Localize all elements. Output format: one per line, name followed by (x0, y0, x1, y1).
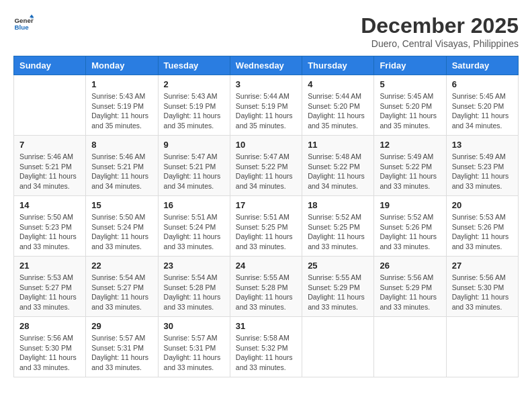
day-number: 26 (380, 261, 440, 271)
calendar-cell: 30Sunrise: 5:57 AMSunset: 5:31 PMDayligh… (158, 317, 230, 377)
day-info: Sunrise: 5:46 AMSunset: 5:21 PMDaylight:… (91, 152, 152, 191)
day-info: Sunrise: 5:50 AMSunset: 5:24 PMDaylight:… (91, 212, 152, 252)
day-number: 11 (308, 140, 368, 150)
day-info: Sunrise: 5:54 AMSunset: 5:27 PMDaylight:… (91, 273, 152, 312)
day-info: Sunrise: 5:46 AMSunset: 5:21 PMDaylight:… (19, 152, 80, 191)
calendar-week-4: 21Sunrise: 5:53 AMSunset: 5:27 PMDayligh… (14, 257, 519, 317)
calendar-header: SundayMondayTuesdayWednesdayThursdayFrid… (14, 56, 519, 75)
calendar-cell: 5Sunrise: 5:45 AMSunset: 5:20 PMDaylight… (374, 75, 446, 136)
calendar-cell (14, 75, 86, 136)
calendar-week-1: 1Sunrise: 5:43 AMSunset: 5:19 PMDaylight… (14, 75, 519, 136)
day-info: Sunrise: 5:51 AMSunset: 5:25 PMDaylight:… (236, 212, 296, 252)
month-title: December 2025 (361, 13, 519, 38)
day-number: 29 (91, 321, 152, 331)
day-number: 7 (19, 140, 80, 150)
calendar-cell: 26Sunrise: 5:56 AMSunset: 5:29 PMDayligh… (374, 257, 446, 317)
calendar-cell: 18Sunrise: 5:52 AMSunset: 5:25 PMDayligh… (302, 196, 374, 257)
weekday-tuesday: Tuesday (158, 56, 230, 75)
day-info: Sunrise: 5:57 AMSunset: 5:31 PMDaylight:… (164, 333, 224, 373)
day-info: Sunrise: 5:55 AMSunset: 5:29 PMDaylight:… (308, 273, 368, 312)
day-number: 1 (91, 79, 152, 89)
day-number: 8 (91, 140, 152, 150)
day-number: 5 (380, 79, 440, 89)
day-info: Sunrise: 5:56 AMSunset: 5:30 PMDaylight:… (19, 333, 80, 373)
calendar-cell: 23Sunrise: 5:54 AMSunset: 5:28 PMDayligh… (158, 257, 230, 317)
calendar-cell: 7Sunrise: 5:46 AMSunset: 5:21 PMDaylight… (14, 136, 86, 196)
calendar-cell: 8Sunrise: 5:46 AMSunset: 5:21 PMDaylight… (86, 136, 158, 196)
day-info: Sunrise: 5:51 AMSunset: 5:24 PMDaylight:… (164, 212, 224, 252)
day-number: 31 (236, 321, 296, 331)
calendar-week-5: 28Sunrise: 5:56 AMSunset: 5:30 PMDayligh… (14, 317, 519, 377)
calendar-cell: 31Sunrise: 5:58 AMSunset: 5:32 PMDayligh… (230, 317, 302, 377)
calendar-table: SundayMondayTuesdayWednesdayThursdayFrid… (13, 56, 519, 377)
title-section: December 2025 Duero, Central Visayas, Ph… (361, 13, 519, 49)
calendar-cell: 24Sunrise: 5:55 AMSunset: 5:28 PMDayligh… (230, 257, 302, 317)
day-info: Sunrise: 5:56 AMSunset: 5:29 PMDaylight:… (380, 273, 440, 312)
day-number: 16 (164, 200, 224, 210)
weekday-thursday: Thursday (302, 56, 374, 75)
day-info: Sunrise: 5:54 AMSunset: 5:28 PMDaylight:… (164, 273, 224, 312)
day-number: 18 (308, 200, 368, 210)
day-number: 28 (19, 321, 80, 331)
calendar-cell: 19Sunrise: 5:52 AMSunset: 5:26 PMDayligh… (374, 196, 446, 257)
calendar-cell: 10Sunrise: 5:47 AMSunset: 5:22 PMDayligh… (230, 136, 302, 196)
calendar-cell: 6Sunrise: 5:45 AMSunset: 5:20 PMDaylight… (446, 75, 518, 136)
calendar-cell: 28Sunrise: 5:56 AMSunset: 5:30 PMDayligh… (14, 317, 86, 377)
svg-text:General: General (15, 17, 34, 24)
calendar-cell: 22Sunrise: 5:54 AMSunset: 5:27 PMDayligh… (86, 257, 158, 317)
day-info: Sunrise: 5:53 AMSunset: 5:26 PMDaylight:… (452, 212, 513, 252)
day-number: 9 (164, 140, 224, 150)
day-number: 10 (236, 140, 296, 150)
day-number: 14 (19, 200, 80, 210)
day-number: 24 (236, 261, 296, 271)
day-info: Sunrise: 5:43 AMSunset: 5:19 PMDaylight:… (91, 91, 152, 131)
calendar-cell: 11Sunrise: 5:48 AMSunset: 5:22 PMDayligh… (302, 136, 374, 196)
logo-icon: General Blue (13, 13, 34, 34)
day-number: 22 (91, 261, 152, 271)
day-number: 23 (164, 261, 224, 271)
weekday-sunday: Sunday (14, 56, 86, 75)
calendar-cell: 3Sunrise: 5:44 AMSunset: 5:19 PMDaylight… (230, 75, 302, 136)
calendar-cell: 29Sunrise: 5:57 AMSunset: 5:31 PMDayligh… (86, 317, 158, 377)
calendar-body: 1Sunrise: 5:43 AMSunset: 5:19 PMDaylight… (14, 75, 519, 377)
day-number: 20 (452, 200, 513, 210)
day-info: Sunrise: 5:49 AMSunset: 5:22 PMDaylight:… (380, 152, 440, 191)
day-number: 2 (164, 79, 224, 89)
calendar-cell: 21Sunrise: 5:53 AMSunset: 5:27 PMDayligh… (14, 257, 86, 317)
svg-text:Blue: Blue (15, 24, 30, 31)
day-number: 25 (308, 261, 368, 271)
calendar-cell: 12Sunrise: 5:49 AMSunset: 5:22 PMDayligh… (374, 136, 446, 196)
calendar-cell (302, 317, 374, 377)
day-number: 19 (380, 200, 440, 210)
day-number: 3 (236, 79, 296, 89)
day-number: 4 (308, 79, 368, 89)
calendar-cell: 25Sunrise: 5:55 AMSunset: 5:29 PMDayligh… (302, 257, 374, 317)
calendar-week-3: 14Sunrise: 5:50 AMSunset: 5:23 PMDayligh… (14, 196, 519, 257)
day-info: Sunrise: 5:58 AMSunset: 5:32 PMDaylight:… (236, 333, 296, 373)
day-info: Sunrise: 5:47 AMSunset: 5:22 PMDaylight:… (236, 152, 296, 191)
day-number: 17 (236, 200, 296, 210)
day-info: Sunrise: 5:45 AMSunset: 5:20 PMDaylight:… (452, 91, 513, 131)
day-info: Sunrise: 5:52 AMSunset: 5:25 PMDaylight:… (308, 212, 368, 252)
calendar-cell: 14Sunrise: 5:50 AMSunset: 5:23 PMDayligh… (14, 196, 86, 257)
day-number: 12 (380, 140, 440, 150)
calendar-cell: 4Sunrise: 5:44 AMSunset: 5:20 PMDaylight… (302, 75, 374, 136)
day-number: 13 (452, 140, 513, 150)
day-number: 30 (164, 321, 224, 331)
day-info: Sunrise: 5:57 AMSunset: 5:31 PMDaylight:… (91, 333, 152, 373)
calendar-cell: 1Sunrise: 5:43 AMSunset: 5:19 PMDaylight… (86, 75, 158, 136)
day-number: 21 (19, 261, 80, 271)
page-header: General Blue December 2025 Duero, Centra… (13, 13, 519, 49)
day-info: Sunrise: 5:43 AMSunset: 5:19 PMDaylight:… (164, 91, 224, 131)
day-info: Sunrise: 5:49 AMSunset: 5:23 PMDaylight:… (452, 152, 513, 191)
calendar-cell: 2Sunrise: 5:43 AMSunset: 5:19 PMDaylight… (158, 75, 230, 136)
weekday-wednesday: Wednesday (230, 56, 302, 75)
weekday-friday: Friday (374, 56, 446, 75)
calendar-cell: 20Sunrise: 5:53 AMSunset: 5:26 PMDayligh… (446, 196, 518, 257)
day-info: Sunrise: 5:44 AMSunset: 5:20 PMDaylight:… (308, 91, 368, 131)
calendar-cell: 17Sunrise: 5:51 AMSunset: 5:25 PMDayligh… (230, 196, 302, 257)
day-info: Sunrise: 5:52 AMSunset: 5:26 PMDaylight:… (380, 212, 440, 252)
calendar-cell (446, 317, 518, 377)
calendar-cell: 15Sunrise: 5:50 AMSunset: 5:24 PMDayligh… (86, 196, 158, 257)
location: Duero, Central Visayas, Philippines (361, 38, 519, 49)
